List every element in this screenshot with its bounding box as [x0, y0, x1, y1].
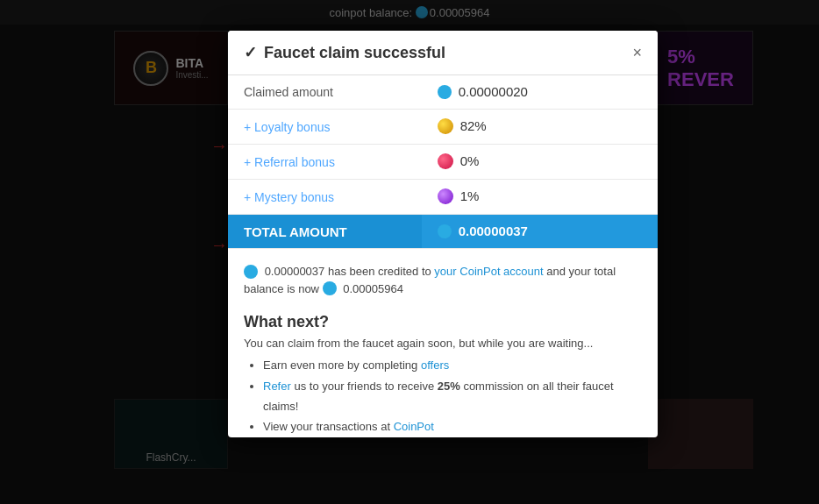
mystery-label: + Mystery bonus: [228, 180, 422, 215]
what-next-sub: You can claim from the faucet again soon…: [244, 337, 642, 350]
total-label: TOTAL AMOUNT: [228, 215, 422, 249]
modal-body: Claimed amount 0.00000020 + Loyalty bonu…: [228, 75, 658, 437]
loyalty-bonus-row: + Loyalty bonus 82%: [228, 110, 658, 145]
bullet1-text1: Earn even more by completing: [263, 358, 421, 372]
modal-title: ✓ Faucet claim successful: [244, 43, 445, 62]
loyalty-coin-icon: [438, 118, 453, 134]
coinpot-link[interactable]: CoinPot: [394, 420, 434, 433]
mystery-value: 1%: [422, 180, 659, 215]
info-amount: 0.00000037: [265, 265, 325, 278]
coinpot-account-link[interactable]: your CoinPot account: [434, 265, 543, 278]
mystery-coin-icon: [438, 188, 453, 204]
referral-value: 0%: [422, 145, 659, 180]
bullet3-text1: View your transactions at: [263, 420, 394, 433]
what-next-list: Earn even more by completing offers Refe…: [244, 355, 642, 437]
modal-title-text: Faucet claim successful: [264, 44, 445, 62]
claimed-amount-label: Claimed amount: [228, 75, 422, 110]
claimed-coin-icon: [438, 85, 452, 99]
refer-link[interactable]: Refer: [263, 380, 291, 393]
what-next-title: What next?: [244, 313, 642, 331]
bullet-refer: Refer us to your friends to receive 25% …: [263, 376, 642, 417]
total-value: 0.00000037: [422, 215, 659, 249]
total-amount-row: TOTAL AMOUNT 0.00000037: [228, 215, 658, 249]
check-icon: ✓: [244, 43, 257, 62]
referral-label: + Referral bonus: [228, 145, 422, 180]
info-balance-coin-icon: [323, 281, 337, 295]
modal-header: ✓ Faucet claim successful ×: [228, 31, 658, 75]
bullet-offers: Earn even more by completing offers: [263, 355, 642, 375]
bullet2-text2: us to your friends to receive: [294, 380, 437, 393]
bullet2-bold: 25%: [438, 380, 460, 393]
close-button[interactable]: ×: [632, 45, 642, 60]
claim-table: Claimed amount 0.00000020 + Loyalty bonu…: [228, 75, 658, 249]
offers-link[interactable]: offers: [421, 358, 449, 372]
loyalty-value: 82%: [422, 110, 659, 145]
bullet-transactions: View your transactions at CoinPot: [263, 416, 642, 437]
total-coin-icon: [438, 224, 452, 238]
claimed-amount-value: 0.00000020: [422, 75, 659, 110]
modal-dialog: ✓ Faucet claim successful × Claimed amou…: [228, 31, 658, 437]
info-section: 0.00000037 has been credited to your Coi…: [228, 249, 658, 306]
info-coin-icon: [244, 265, 258, 279]
referral-bonus-row: + Referral bonus 0%: [228, 145, 658, 180]
info-text1: has been credited to: [328, 265, 434, 278]
referral-coin-icon: [438, 153, 453, 169]
what-next-section: What next? You can claim from the faucet…: [228, 306, 658, 437]
info-balance: 0.00005964: [343, 282, 403, 295]
claimed-amount-row: Claimed amount 0.00000020: [228, 75, 658, 110]
loyalty-label: + Loyalty bonus: [228, 110, 422, 145]
mystery-bonus-row: + Mystery bonus 1%: [228, 180, 658, 215]
